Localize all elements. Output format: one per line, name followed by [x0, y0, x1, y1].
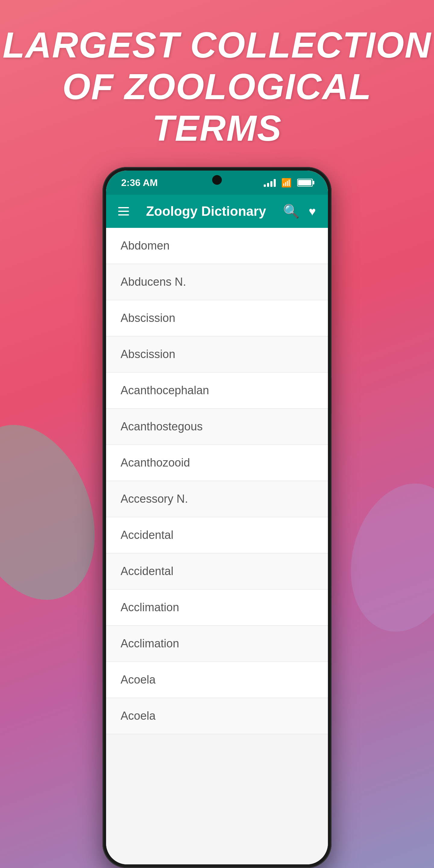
dictionary-list: AbdomenAbducens N.AbscissionAbscissionAc…: [106, 228, 328, 864]
list-item[interactable]: Acoela: [106, 698, 328, 734]
list-item[interactable]: Acoela: [106, 662, 328, 698]
menu-icon[interactable]: [118, 207, 129, 216]
phone-frame: 2:36 AM 📶: [102, 167, 332, 868]
battery-icon: [297, 179, 313, 187]
signal-bar-1: [264, 184, 266, 187]
wifi-icon: 📶: [281, 178, 292, 188]
list-item[interactable]: Acanthostegous: [106, 409, 328, 445]
phone-screen: 2:36 AM 📶: [106, 170, 328, 864]
top-heading: LARGEST COLLECTION OF ZOOLOGICAL TERMS: [0, 24, 434, 149]
bg-decoration-left: [0, 407, 118, 618]
signal-bar-4: [274, 179, 276, 187]
signal-bars-icon: [264, 179, 276, 187]
app-bar: Zoology Dictionary 🔍 ♥: [106, 195, 328, 228]
list-item[interactable]: Accidental: [106, 553, 328, 590]
list-item[interactable]: Abscission: [106, 300, 328, 336]
menu-line-1: [118, 207, 129, 208]
menu-line-2: [118, 211, 129, 212]
battery-fill: [298, 180, 311, 185]
list-item[interactable]: Accidental: [106, 517, 328, 553]
camera-notch: [212, 175, 222, 185]
list-item[interactable]: Abdomen: [106, 228, 328, 264]
list-item[interactable]: Acanthocephalan: [106, 373, 328, 409]
search-button[interactable]: 🔍: [283, 204, 300, 219]
side-button: [331, 378, 332, 414]
list-item[interactable]: Abducens N.: [106, 264, 328, 300]
signal-bar-3: [270, 181, 273, 187]
status-icons: 📶: [264, 178, 313, 188]
list-item[interactable]: Accessory N.: [106, 481, 328, 517]
heading-line1: LARGEST COLLECTION: [0, 24, 434, 66]
list-item[interactable]: Acclimation: [106, 626, 328, 662]
list-item[interactable]: Abscission: [106, 336, 328, 373]
list-item[interactable]: Acclimation: [106, 590, 328, 626]
menu-line-3: [118, 214, 129, 216]
status-time: 2:36 AM: [121, 177, 158, 188]
favorites-button[interactable]: ♥: [309, 205, 316, 218]
list-item[interactable]: Acanthozooid: [106, 445, 328, 481]
phone-mockup: 2:36 AM 📶: [102, 167, 332, 868]
signal-bar-2: [267, 183, 269, 187]
heading-line2: OF ZOOLOGICAL TERMS: [0, 66, 434, 149]
bg-decoration-right: [335, 471, 434, 644]
app-title: Zoology Dictionary: [138, 204, 274, 219]
